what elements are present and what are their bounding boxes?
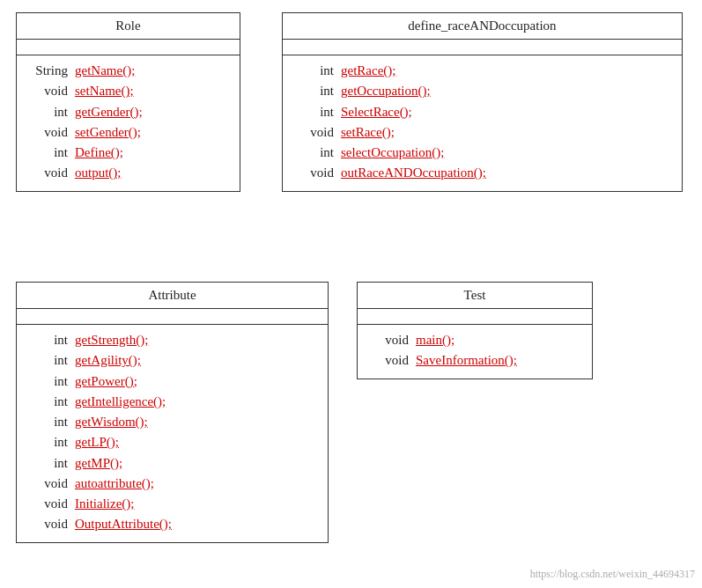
method-name: SelectRace();: [341, 102, 412, 122]
method-type: void: [26, 122, 68, 143]
method-type: void: [26, 474, 68, 494]
method-name: getLP();: [75, 432, 119, 452]
method-row: voidOutputAttribute();: [26, 514, 319, 534]
attribute-title: Attribute: [17, 283, 328, 309]
method-type: int: [26, 102, 68, 122]
role-title: Role: [17, 13, 240, 40]
method-row: intselectOccupation();: [292, 143, 673, 163]
method-type: void: [26, 163, 68, 183]
method-row: intDefine();: [26, 143, 231, 163]
diagram-container: RoleStringgetName();voidsetName();intget…: [0, 0, 702, 588]
method-name: getIntelligence();: [75, 392, 166, 412]
method-type: int: [26, 412, 68, 432]
method-name: getRace();: [341, 61, 395, 81]
method-type: int: [26, 143, 68, 163]
method-row: voidoutRaceANDOccupation();: [292, 163, 673, 183]
method-row: voidSaveInformation();: [366, 350, 583, 371]
method-name: getOccupation();: [341, 81, 431, 101]
define_race-title: define_raceANDoccupation: [283, 13, 682, 40]
method-type: int: [26, 392, 68, 412]
method-name: Define();: [75, 143, 123, 163]
method-type: void: [26, 494, 68, 514]
method-row: intgetOccupation();: [292, 81, 673, 101]
watermark: https://blog.csdn.net/weixin_44694317: [530, 568, 695, 581]
method-type: int: [26, 350, 68, 371]
method-row: intSelectRace();: [292, 102, 673, 122]
method-name: getPower();: [75, 371, 137, 392]
method-name: setRace();: [341, 122, 395, 143]
method-row: intgetGender();: [26, 102, 231, 122]
method-type: void: [366, 330, 409, 350]
method-type: int: [292, 143, 334, 163]
method-name: selectOccupation();: [341, 143, 444, 163]
method-name: setName();: [75, 81, 134, 101]
method-row: intgetStrength();: [26, 330, 319, 350]
method-type: void: [26, 81, 68, 101]
method-row: intgetWisdom();: [26, 412, 319, 432]
method-row: voidoutput();: [26, 163, 231, 183]
method-type: int: [292, 102, 334, 122]
method-name: setGender();: [75, 122, 141, 143]
test-methods: voidmain();voidSaveInformation();: [358, 325, 592, 379]
role-empty-section: [17, 40, 240, 55]
method-name: Initialize();: [75, 494, 134, 514]
method-row: voidmain();: [366, 330, 583, 350]
method-name: getWisdom();: [75, 412, 148, 432]
method-name: autoattribute();: [75, 474, 154, 494]
method-type: int: [26, 453, 68, 474]
method-type: void: [366, 350, 409, 371]
role-methods: StringgetName();voidsetName();intgetGend…: [17, 55, 240, 191]
method-name: output();: [75, 163, 122, 183]
define_race-methods: intgetRace();intgetOccupation();intSelec…: [283, 55, 682, 191]
method-name: getAgility();: [75, 350, 141, 371]
method-type: int: [292, 61, 334, 81]
method-type: String: [26, 61, 68, 81]
method-row: voidInitialize();: [26, 494, 319, 514]
method-name: OutputAttribute();: [75, 514, 172, 534]
method-type: int: [26, 432, 68, 452]
method-row: intgetRace();: [292, 61, 673, 81]
attribute-empty-section: [17, 309, 328, 325]
method-name: outRaceANDOccupation();: [341, 163, 486, 183]
method-name: getGender();: [75, 102, 143, 122]
test-title: Test: [358, 283, 592, 309]
method-name: getStrength();: [75, 330, 148, 350]
method-row: intgetLP();: [26, 432, 319, 452]
uml-box-test: Testvoidmain();voidSaveInformation();: [357, 282, 593, 379]
method-row: intgetPower();: [26, 371, 319, 392]
define_race-empty-section: [283, 40, 682, 55]
method-row: intgetIntelligence();: [26, 392, 319, 412]
uml-box-attribute: AttributeintgetStrength();intgetAgility(…: [16, 282, 329, 543]
method-type: int: [26, 371, 68, 392]
uml-box-role: RoleStringgetName();voidsetName();intget…: [16, 12, 240, 192]
method-type: int: [26, 330, 68, 350]
attribute-methods: intgetStrength();intgetAgility();intgetP…: [17, 325, 328, 542]
method-type: int: [292, 81, 334, 101]
method-type: void: [26, 514, 68, 534]
method-name: getMP();: [75, 453, 122, 474]
method-type: void: [292, 122, 334, 143]
method-row: StringgetName();: [26, 61, 231, 81]
method-row: voidsetName();: [26, 81, 231, 101]
method-row: intgetMP();: [26, 453, 319, 474]
method-name: main();: [416, 330, 454, 350]
method-type: void: [292, 163, 334, 183]
test-empty-section: [358, 309, 592, 325]
method-name: SaveInformation();: [416, 350, 517, 371]
uml-box-define_race: define_raceANDoccupationintgetRace();int…: [282, 12, 683, 192]
method-row: voidsetGender();: [26, 122, 231, 143]
method-row: voidautoattribute();: [26, 474, 319, 494]
method-row: intgetAgility();: [26, 350, 319, 371]
method-name: getName();: [75, 61, 135, 81]
method-row: voidsetRace();: [292, 122, 673, 143]
